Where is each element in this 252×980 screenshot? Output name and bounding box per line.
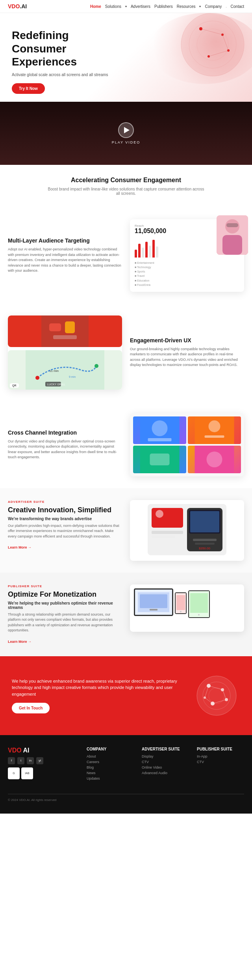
svg-rect-42 bbox=[190, 511, 219, 532]
footer-brand: VDO AI f t in yt G IAB bbox=[8, 747, 79, 782]
food-image bbox=[8, 315, 122, 347]
svg-rect-43 bbox=[193, 539, 217, 541]
collage-item-1 bbox=[133, 416, 186, 444]
publisher-suite-section: PUBLISHER SUITE Optimize For Monetizatio… bbox=[0, 573, 252, 656]
nav-solutions[interactable]: Solutions bbox=[105, 4, 121, 9]
youtube-icon[interactable]: yt bbox=[36, 757, 43, 764]
svg-rect-13 bbox=[226, 223, 238, 227]
hero-title: Redefining Consumer Experiences bbox=[12, 29, 122, 69]
svg-rect-48 bbox=[150, 609, 158, 610]
footer-about-link[interactable]: About bbox=[87, 754, 134, 758]
linkedin-icon[interactable]: in bbox=[27, 757, 34, 764]
footer-display-link[interactable]: Display bbox=[142, 754, 189, 758]
svg-rect-36 bbox=[152, 508, 183, 528]
collage-card bbox=[130, 413, 244, 476]
svg-rect-50 bbox=[176, 595, 185, 610]
svg-point-0 bbox=[181, 13, 244, 76]
stats-legend: ■ Entertainment ■ Technology ■ Sports ■ … bbox=[135, 261, 239, 287]
advertiser-desc: Our platform provides high-impact, norm-… bbox=[8, 523, 122, 539]
phone-device bbox=[175, 592, 187, 614]
cross-channel-text: Cross Channel Integration Our dynamic vi… bbox=[8, 429, 122, 460]
engagement-ux-title: Engagement-Driven UX bbox=[130, 337, 244, 343]
cross-channel-image bbox=[130, 413, 244, 476]
footer-updates-link[interactable]: Updates bbox=[87, 777, 134, 780]
svg-rect-53 bbox=[190, 593, 208, 613]
multi-layer-section: Multi-Layer Audience Targeting Adopt our… bbox=[0, 207, 252, 304]
nav-publishers[interactable]: Publishers bbox=[154, 4, 173, 9]
footer-company-title: COMPANY bbox=[87, 747, 134, 751]
nav-logo[interactable]: VDOVDO.AI.AI bbox=[8, 3, 27, 9]
navigation: VDOVDO.AI.AI Home Solutions▾ Advertisers… bbox=[0, 0, 252, 13]
svg-point-29 bbox=[209, 420, 220, 432]
get-in-touch-button[interactable]: Get In Touch bbox=[12, 703, 50, 713]
svg-rect-32 bbox=[150, 454, 170, 465]
svg-point-51 bbox=[180, 611, 182, 612]
footer-publisher-title: Publisher Suite bbox=[197, 747, 244, 751]
play-button[interactable] bbox=[118, 122, 134, 138]
map-image: 11 min 9 min LUCKY GRILL QR bbox=[8, 350, 122, 390]
globe-svg bbox=[150, 13, 252, 84]
advertiser-badge: ADVERTISER SUITE bbox=[8, 500, 122, 504]
svg-point-26 bbox=[152, 420, 168, 436]
play-icon bbox=[124, 127, 130, 133]
svg-point-54 bbox=[198, 614, 200, 616]
red-cta-section: We help you achieve enhanced brand aware… bbox=[0, 656, 252, 735]
engagement-ux-section: Engagement-Driven UX Our ground-breaking… bbox=[0, 304, 252, 401]
svg-point-37 bbox=[156, 510, 163, 518]
svg-text:11 min: 11 min bbox=[49, 369, 59, 373]
svg-rect-39 bbox=[152, 536, 175, 538]
footer-blog-link[interactable]: Blog bbox=[87, 765, 134, 769]
footer: VDO AI f t in yt G IAB COMPANY About Car… bbox=[0, 735, 252, 814]
collage-item-2 bbox=[188, 416, 241, 444]
hero-globe-decoration bbox=[150, 13, 252, 84]
footer-advertiser-title: Advertiser Suite bbox=[142, 747, 189, 751]
nav-contact[interactable]: Contact bbox=[231, 4, 244, 9]
collage-item-4 bbox=[188, 446, 241, 473]
publisher-learn-more[interactable]: Learn More bbox=[8, 640, 32, 644]
nav-resources[interactable]: Resources bbox=[177, 4, 196, 9]
hero-cta-button[interactable]: Try It Now bbox=[12, 83, 45, 94]
cta-globe-svg bbox=[193, 672, 240, 719]
nav-advertisers[interactable]: Advertisers bbox=[131, 4, 150, 9]
nav-links: Home Solutions▾ Advertisers Publishers R… bbox=[90, 4, 244, 9]
footer-careers-link[interactable]: Careers bbox=[87, 760, 134, 764]
badge-group: G IAB bbox=[8, 767, 33, 779]
twitter-icon[interactable]: t bbox=[17, 757, 24, 764]
engagement-subtitle: Boost brand impact with linear-like vide… bbox=[47, 187, 205, 196]
footer-ctv-link[interactable]: CTV bbox=[142, 760, 189, 764]
svg-rect-47 bbox=[140, 594, 167, 608]
svg-point-34 bbox=[207, 452, 222, 467]
engagement-ux-desc: Our ground-breaking and highly compatibl… bbox=[130, 347, 244, 368]
engagement-title: Accelerating Consumer Engagement bbox=[12, 177, 240, 184]
svg-rect-17 bbox=[53, 335, 77, 339]
multi-layer-text: Multi-Layer Audience Targeting Adopt our… bbox=[8, 237, 122, 274]
advertiser-suite-section: ADVERTISER SUITE Creative Innovation, Si… bbox=[0, 488, 252, 573]
cross-channel-title: Cross Channel Integration bbox=[8, 429, 122, 436]
nav-home[interactable]: Home bbox=[90, 4, 101, 9]
advertiser-learn-more[interactable]: Learn More bbox=[8, 545, 32, 549]
device-mockup bbox=[134, 588, 240, 618]
publisher-suite-text: PUBLISHER SUITE Optimize For Monetizatio… bbox=[8, 584, 122, 644]
svg-point-20 bbox=[94, 364, 98, 368]
footer-publisher-col: Publisher Suite In-App CTV bbox=[197, 747, 244, 782]
advertiser-suite-text: ADVERTISER SUITE Creative Innovation, Si… bbox=[8, 500, 122, 551]
footer-in-app-link[interactable]: In-App bbox=[197, 754, 244, 758]
svg-rect-38 bbox=[152, 531, 183, 534]
qr-label: QR bbox=[10, 383, 19, 388]
footer-online-video-link[interactable]: Online Video bbox=[142, 765, 189, 769]
svg-rect-16 bbox=[65, 321, 75, 333]
publisher-suite-image bbox=[130, 584, 244, 632]
image-collage bbox=[133, 416, 241, 473]
advertiser-suite-image: $350.00 bbox=[130, 500, 244, 561]
nav-company[interactable]: Company bbox=[205, 4, 222, 9]
advertiser-title: Creative Innovation, Simplified bbox=[8, 506, 122, 514]
footer-ctv-pub-link[interactable]: CTV bbox=[197, 760, 244, 764]
iab-badge: IAB bbox=[21, 767, 33, 779]
footer-advertiser-col: Advertiser Suite Display CTV Online Vide… bbox=[142, 747, 189, 782]
footer-advanced-audio-link[interactable]: Advanced Audio bbox=[142, 771, 189, 775]
hero-section: Redefining Consumer Experiences Activate… bbox=[0, 13, 252, 102]
advertiser-subtitle: We're transforming the way brands advert… bbox=[8, 517, 122, 521]
facebook-icon[interactable]: f bbox=[8, 757, 15, 764]
footer-news-link[interactable]: News bbox=[87, 771, 134, 775]
publisher-desc: Through a strong relationship with premi… bbox=[8, 612, 122, 633]
